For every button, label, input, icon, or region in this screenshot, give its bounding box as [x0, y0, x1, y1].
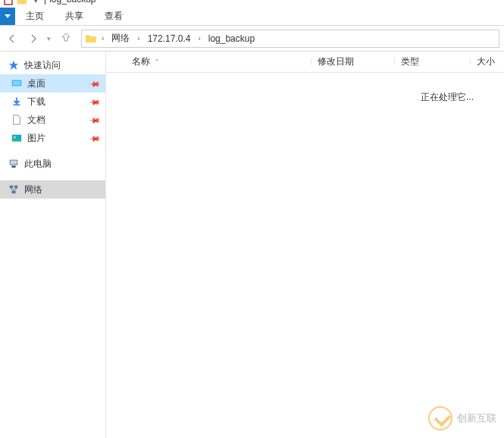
- content-pane: 名称 ˄ 修改日期 类型 大小 正在处理它...: [106, 52, 504, 438]
- pin-icon: 📌: [89, 95, 101, 108]
- main-area: 快速访问 桌面 📌 下载 📌 文档 📌 图片: [0, 52, 504, 438]
- navigation-pane: 快速访问 桌面 📌 下载 📌 文档 📌 图片: [0, 52, 106, 438]
- pin-icon: 📌: [89, 132, 101, 144]
- sort-indicator-icon: ˄: [155, 58, 159, 66]
- breadcrumb-chevron-icon[interactable]: ›: [196, 34, 202, 42]
- desktop-icon: [11, 77, 23, 89]
- svg-rect-8: [10, 186, 13, 189]
- window-title: log_backup: [49, 0, 95, 5]
- back-button[interactable]: [5, 31, 20, 46]
- forward-button[interactable]: [26, 31, 41, 46]
- ribbon-tab-view[interactable]: 查看: [94, 8, 133, 25]
- watermark-logo-icon: [428, 406, 452, 430]
- breadcrumb-network[interactable]: 网络: [108, 30, 133, 46]
- ribbon-tab-home[interactable]: 主页: [15, 8, 55, 25]
- pc-icon: [8, 158, 20, 170]
- location-folder-icon: [85, 33, 97, 45]
- folder-icon: [17, 0, 27, 6]
- column-label: 名称: [132, 56, 150, 67]
- status-processing: 正在处理它...: [421, 91, 474, 104]
- svg-rect-9: [14, 186, 17, 189]
- svg-rect-7: [11, 166, 15, 168]
- title-dropdown-icon[interactable]: ▾: [30, 0, 41, 6]
- picture-icon: [11, 132, 23, 144]
- app-icon: [3, 0, 14, 6]
- column-type[interactable]: 类型: [395, 55, 471, 68]
- address-bar[interactable]: › 网络 › 172.17.0.4 › log_backup: [81, 30, 499, 48]
- column-name[interactable]: 名称 ˄: [126, 55, 311, 68]
- sidebar-item-network[interactable]: 网络: [0, 180, 105, 199]
- pin-icon: 📌: [89, 77, 101, 89]
- watermark-text: 创新互联: [457, 411, 496, 425]
- file-list[interactable]: 正在处理它...: [106, 73, 504, 438]
- network-icon: [8, 183, 20, 196]
- sidebar-item-pictures[interactable]: 图片 📌: [0, 129, 105, 147]
- sidebar-item-desktop[interactable]: 桌面 📌: [0, 74, 105, 92]
- document-icon: [11, 114, 23, 126]
- columns-header: 名称 ˄ 修改日期 类型 大小: [106, 52, 504, 73]
- sidebar-item-quick-access[interactable]: 快速访问: [0, 56, 105, 74]
- breadcrumb-chevron-icon[interactable]: ›: [136, 34, 141, 42]
- pin-icon: 📌: [89, 114, 101, 126]
- column-date[interactable]: 修改日期: [311, 55, 395, 68]
- svg-rect-10: [11, 191, 15, 194]
- sidebar-item-label: 桌面: [27, 77, 86, 90]
- window-title-divider: |: [44, 0, 46, 5]
- breadcrumb-host[interactable]: 172.17.0.4: [145, 32, 194, 45]
- sidebar-item-this-pc[interactable]: 此电脑: [0, 155, 105, 173]
- title-bar: ▾ | log_backup: [0, 0, 504, 8]
- navigation-bar: ▾ › 网络 › 172.17.0.4 › log_backup: [0, 26, 504, 52]
- column-size[interactable]: 大小: [471, 55, 504, 68]
- svg-rect-0: [5, 0, 12, 5]
- breadcrumb-chevron-icon[interactable]: ›: [100, 34, 105, 42]
- history-dropdown-icon[interactable]: ▾: [47, 35, 51, 42]
- sidebar-item-downloads[interactable]: 下载 📌: [0, 92, 105, 111]
- sidebar-item-documents[interactable]: 文档 📌: [0, 111, 105, 129]
- svg-rect-6: [11, 161, 17, 164]
- sidebar-item-label: 图片: [27, 132, 86, 145]
- sidebar-item-label: 此电脑: [24, 158, 99, 171]
- sidebar-item-label: 网络: [24, 183, 99, 196]
- sidebar-item-label: 快速访问: [24, 59, 99, 72]
- download-icon: [11, 95, 23, 108]
- up-button[interactable]: [57, 31, 75, 45]
- breadcrumb-folder[interactable]: log_backup: [205, 32, 258, 45]
- ribbon-tabs: 主页 共享 查看: [0, 8, 504, 26]
- file-tab[interactable]: [0, 8, 15, 25]
- sidebar-item-label: 下载: [27, 95, 86, 108]
- svg-rect-2: [13, 81, 21, 86]
- quick-access-icon: [8, 59, 20, 71]
- ribbon-tab-share[interactable]: 共享: [55, 8, 94, 25]
- sidebar-item-label: 文档: [27, 114, 86, 127]
- watermark: 创新互联: [428, 406, 496, 430]
